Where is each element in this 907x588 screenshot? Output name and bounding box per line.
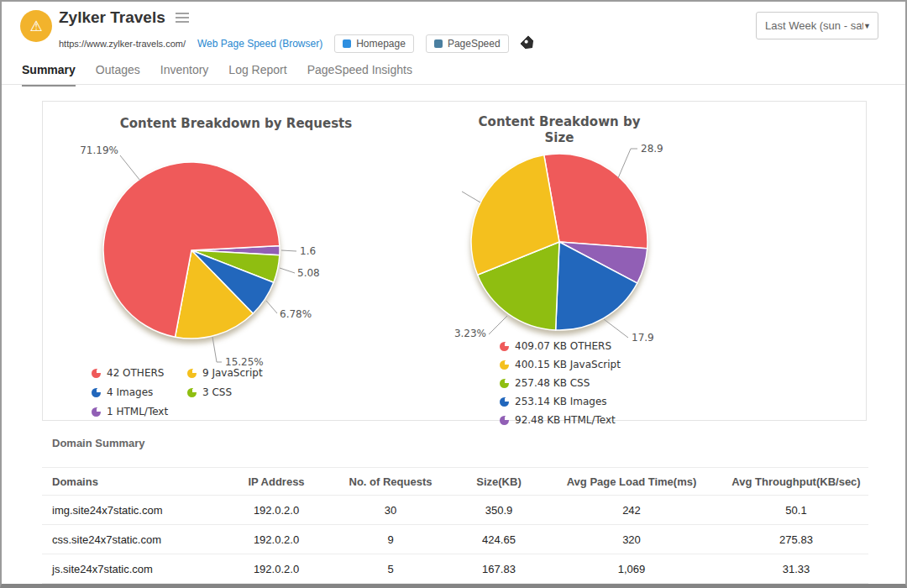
period-dropdown-value: Last Week (sun - sat [765,19,863,32]
callout-javascript-requests: 15.25% [225,356,264,368]
badge-label: Homepage [356,38,406,50]
legend-item-css[interactable]: 3 CSS [187,386,263,398]
legend-label: 92.48 KB HTML/Text [515,414,616,426]
cell-throughput: 50.1 [724,496,868,525]
legend-label: 409.07 KB OTHERS [515,340,611,352]
legend-label: 1 HTML/Text [107,406,168,417]
pie-legend-icon [187,369,197,378]
period-dropdown[interactable]: Last Week (sun - sat ▼ [756,12,878,39]
pie-legend-icon [92,369,101,378]
legend-item-images[interactable]: 4 Images [92,386,168,398]
tab-log-report[interactable]: Log Report [228,63,286,87]
cell-requests: 30 [322,496,459,525]
cell-requests: 9 [322,525,459,554]
callout-images-requests: 6.78% [280,308,312,320]
callout-others-requests: 71.19% [55,144,118,156]
badge-square-icon [434,39,443,48]
requests-legend-col1: 42 OTHERS 4 Images 1 HTML/Text [92,367,168,417]
cell-load-time: 320 [539,525,724,554]
badge-square-icon [343,39,351,48]
legend-label: 42 OTHERS [107,367,164,379]
cell-domain: img.site24x7static.com [42,496,230,525]
monitor-url: https://www.zylker-travels.com/ [59,39,186,49]
web-page-speed-link[interactable]: Web Page Speed (Browser) [197,38,322,50]
legend-label: 4 Images [107,386,153,398]
legend-item-htmltext-size[interactable]: 92.48 KB HTML/Text [500,414,621,426]
tabs-divider [2,84,905,85]
cell-load-time: 242 [539,496,724,525]
badge-homepage[interactable]: Homepage [334,34,414,53]
pie-legend-icon [500,379,509,388]
legend-item-javascript[interactable]: 9 JavaScript [187,367,263,379]
size-pie-chart [471,154,647,330]
domain-summary-table: Domains IP Address No. of Requests Size(… [42,467,868,584]
legend-item-others[interactable]: 42 OTHERS [92,367,168,379]
hamburger-menu-icon[interactable] [176,13,189,23]
col-avg-page-load-time: Avg Page Load Time(ms) [539,468,724,496]
url-row: https://www.zylker-travels.com/ Web Page… [59,34,534,53]
callout-css-requests: 5.08 [297,267,320,279]
cell-requests: 5 [322,554,459,584]
table-row: css.site24x7static.com 192.0.2.0 9 424.6… [42,525,868,554]
pie-legend-icon [500,416,509,425]
page: ⚠ Zylker Travels https://www.zylker-trav… [0,0,907,588]
requests-pie-chart [103,162,280,339]
tab-bar: Summary Outages Inventory Log Report Pag… [22,63,412,87]
page-title: Zylker Travels [59,8,165,27]
col-domains: Domains [42,468,230,496]
tab-pagespeed-insights[interactable]: PageSpeed Insights [307,63,412,87]
cell-throughput: 275.83 [724,525,868,554]
legend-item-css-size[interactable]: 257.48 KB CSS [500,377,621,389]
pie-legend-icon [500,360,509,370]
domain-summary-title: Domain Summary [52,437,145,449]
content-breakdown-panel: Content Breakdown by Requests Content Br… [42,101,867,421]
cell-load-time: 1,069 [539,554,724,584]
table-row: js.site24x7static.com 192.0.2.0 5 167.83… [42,554,868,584]
requests-legend-col2: 9 JavaScript 3 CSS [187,367,263,398]
pie-slice-others[interactable] [544,154,647,249]
cell-ip: 192.0.2.0 [230,496,322,525]
pie-legend-icon [500,342,509,351]
legend-label: 3 CSS [202,386,232,398]
legend-item-javascript-size[interactable]: 400.15 KB JavaScript [500,359,621,370]
tab-inventory[interactable]: Inventory [160,63,209,87]
legend-label: 9 JavaScript [202,367,263,379]
size-legend: 409.07 KB OTHERS 400.15 KB JavaScript 25… [500,340,621,426]
pie-legend-icon [92,388,101,397]
cell-ip: 192.0.2.0 [230,554,322,584]
tag-icon[interactable] [520,35,537,52]
badge-label: PageSpeed [448,38,501,50]
table-row: img.site24x7static.com 192.0.2.0 30 350.… [42,496,868,525]
legend-label: 257.48 KB CSS [515,377,590,389]
header: Zylker Travels [59,8,189,27]
callout-htmltext-requests: 1.6 [300,245,316,257]
cell-size: 424.65 [459,525,539,554]
legend-label: 400.15 KB JavaScript [515,359,621,370]
cell-domain: js.site24x7static.com [42,554,230,584]
callout-others-size: 28.9 [641,143,663,155]
legend-item-others-size[interactable]: 409.07 KB OTHERS [500,340,621,352]
callout-images-size: 17.9 [632,332,654,344]
col-ip-address: IP Address [230,468,322,496]
cell-domain: css.site24x7static.com [42,525,230,554]
tab-summary[interactable]: Summary [22,63,76,87]
cell-throughput: 31.33 [724,554,868,584]
legend-item-images-size[interactable]: 253.14 KB Images [500,396,621,407]
pie-legend-icon [92,407,101,417]
table-header-row: Domains IP Address No. of Requests Size(… [42,468,868,496]
col-no-of-requests: No. of Requests [322,468,459,496]
cell-ip: 192.0.2.0 [230,525,322,554]
pie-legend-icon [500,397,509,407]
warning-icon: ⚠ [29,18,42,35]
col-size-kb: Size(KB) [459,468,539,496]
legend-item-htmltext[interactable]: 1 HTML/Text [92,406,168,417]
legend-label: 253.14 KB Images [515,396,607,407]
cell-size: 350.9 [459,496,539,525]
pie-legend-icon [187,388,197,397]
monitor-status-icon: ⚠ [20,10,52,42]
col-avg-throughput: Avg Throughput(KB/sec) [724,468,868,496]
callout-css-size: 3.23% [421,328,486,339]
badge-pagespeed[interactable]: PageSpeed [426,34,509,53]
tab-outages[interactable]: Outages [96,63,140,87]
cell-size: 167.83 [459,554,539,584]
